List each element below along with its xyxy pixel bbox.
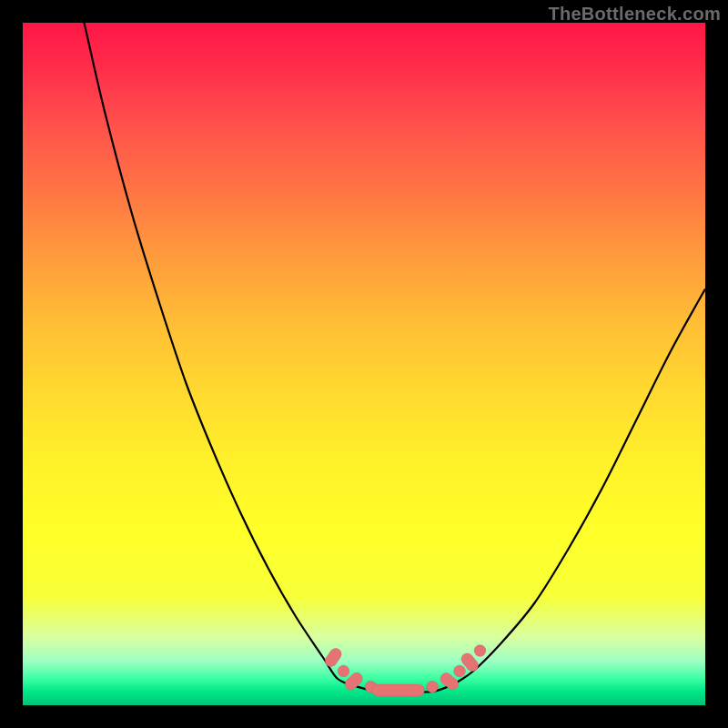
chart-plot-area: [23, 23, 705, 705]
watermark-text: TheBottleneck.com: [548, 4, 721, 25]
